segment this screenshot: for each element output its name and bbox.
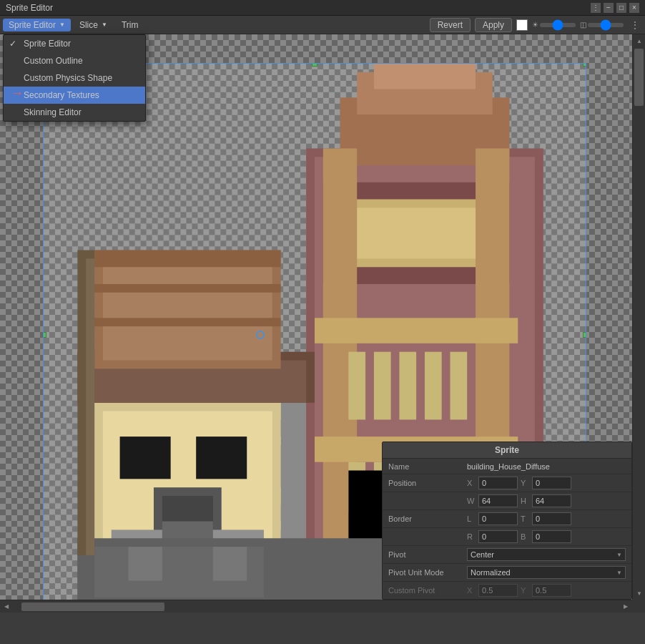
chevron-down-icon: ▼ (59, 21, 65, 28)
scroll-down-arrow[interactable]: ▼ (633, 587, 645, 600)
svg-rect-30 (315, 318, 518, 343)
svg-rect-48 (94, 284, 281, 293)
alpha-slider[interactable] (588, 23, 624, 27)
border-l-input[interactable] (478, 512, 518, 525)
title-bar: Sprite Editor ⋮ − □ × (0, 0, 645, 16)
svg-rect-32 (348, 352, 365, 420)
pivot-unit-mode-select[interactable]: Normalized ▼ (467, 566, 626, 579)
close-button[interactable]: × (629, 3, 639, 13)
custom-pivot-x-label: X (467, 586, 476, 595)
border-r-input[interactable] (478, 530, 518, 543)
position-fields: X Y (467, 477, 626, 489)
scrollbar-vertical-thumb[interactable] (634, 49, 644, 106)
svg-rect-46 (103, 258, 272, 360)
position-row: Position X Y (383, 474, 631, 492)
border-t-input[interactable] (532, 512, 571, 525)
border-row-2: R B (383, 528, 631, 546)
pivot-select[interactable]: Center ▼ (467, 548, 626, 561)
menu-sprite-editor[interactable]: Sprite Editor ▼ (3, 19, 71, 31)
minimize-button[interactable]: − (604, 3, 614, 13)
window-title: Sprite Editor (6, 3, 53, 13)
pivot-arrow-icon: ▼ (616, 552, 622, 558)
scrollbar-horizontal-thumb[interactable] (21, 602, 164, 611)
alpha-slider-container: ◫ (580, 21, 624, 29)
position-label: Position (388, 479, 467, 487)
x-label: X (467, 479, 476, 487)
svg-rect-55 (213, 547, 247, 580)
handle-middle-left[interactable] (43, 332, 46, 338)
revert-button[interactable]: Revert (430, 18, 471, 32)
pivot-unit-mode-arrow-icon: ▼ (616, 570, 622, 576)
svg-rect-49 (94, 318, 281, 326)
svg-rect-47 (94, 250, 281, 268)
scroll-right-arrow[interactable]: ▶ (619, 600, 632, 613)
border-rb-fields: R B (467, 530, 626, 543)
svg-rect-54 (128, 547, 162, 580)
position-y-input[interactable] (532, 477, 571, 489)
svg-rect-24 (374, 64, 476, 89)
handle-middle-right[interactable] (583, 332, 586, 338)
size-row: W H (383, 492, 631, 510)
t-label: T (521, 514, 529, 523)
custom-pivot-fields: X Y (467, 584, 626, 597)
svg-rect-33 (374, 352, 391, 420)
pivot-row: Pivot Center ▼ (383, 546, 631, 564)
svg-rect-15 (196, 436, 247, 479)
svg-rect-57 (86, 258, 94, 555)
name-row: Name building_House_Diffuse (383, 459, 631, 474)
h-label: H (521, 497, 529, 505)
dropdown-skinning-editor[interactable]: Skinning Editor (4, 104, 145, 121)
overflow-button[interactable]: ⋮ (628, 19, 642, 31)
dropdown-secondary-textures[interactable]: Secondary Textures (4, 87, 145, 104)
menu-trim[interactable]: Trim (116, 19, 144, 31)
sun-icon: ☀ (532, 21, 538, 29)
r-label: R (467, 532, 476, 541)
name-value: building_House_Diffuse (467, 462, 626, 471)
maximize-button[interactable]: □ (616, 3, 626, 13)
dropdown-sprite-editor[interactable]: Sprite Editor (4, 35, 145, 52)
custom-pivot-label: Custom Pivot (388, 586, 467, 595)
pivot-value: Center (471, 550, 494, 559)
dropdown-custom-physics[interactable]: Custom Physics Shape (4, 69, 145, 87)
y-label: Y (521, 479, 529, 487)
svg-rect-34 (399, 352, 416, 420)
dropdown-custom-outline[interactable]: Custom Outline (4, 52, 145, 69)
pivot-label: Pivot (388, 550, 467, 559)
apply-button[interactable]: Apply (475, 18, 512, 32)
menu-slice[interactable]: Slice ▼ (74, 19, 113, 31)
properties-panel: Sprite Name building_House_Diffuse Posit… (382, 441, 632, 600)
custom-pivot-y-label: Y (521, 586, 529, 595)
width-input[interactable] (478, 494, 518, 507)
chevron-down-icon: ▼ (102, 21, 107, 28)
scroll-up-arrow[interactable]: ▲ (633, 34, 645, 47)
brightness-slider[interactable] (540, 23, 576, 27)
svg-rect-14 (120, 436, 171, 479)
menu-slice-label: Slice (79, 20, 98, 30)
vertical-scrollbar[interactable]: ▲ ▼ (632, 34, 645, 600)
w-label: W (467, 497, 476, 505)
custom-pivot-row: Custom Pivot X Y (383, 582, 631, 599)
border-label: Border (388, 514, 467, 523)
svg-rect-36 (450, 352, 468, 420)
window-controls: ⋮ − □ × (591, 3, 639, 13)
panel-title: Sprite (383, 442, 631, 459)
handle-top-right[interactable] (583, 63, 586, 67)
menu-button[interactable]: ⋮ (591, 3, 601, 13)
pivot-unit-mode-value: Normalized (471, 568, 511, 577)
brightness-slider-container: ☀ (532, 21, 576, 29)
b-label: B (521, 532, 529, 541)
horizontal-scrollbar[interactable]: ◀ ▶ (0, 600, 632, 613)
pivot-unit-mode-label: Pivot Unit Mode (388, 568, 467, 577)
svg-rect-35 (425, 352, 442, 420)
height-input[interactable] (532, 494, 571, 507)
position-x-input[interactable] (478, 477, 518, 489)
custom-pivot-x-input[interactable] (478, 584, 518, 597)
menu-right-controls: Revert Apply ☀ ◫ ⋮ (430, 18, 642, 32)
border-b-input[interactable] (532, 530, 571, 543)
arrow-indicator: → (11, 86, 24, 101)
scroll-left-arrow[interactable]: ◀ (0, 600, 13, 613)
l-label: L (467, 514, 476, 523)
color-swatch[interactable] (516, 19, 528, 31)
custom-pivot-y-input[interactable] (532, 584, 571, 597)
handle-top-center[interactable] (312, 63, 317, 67)
